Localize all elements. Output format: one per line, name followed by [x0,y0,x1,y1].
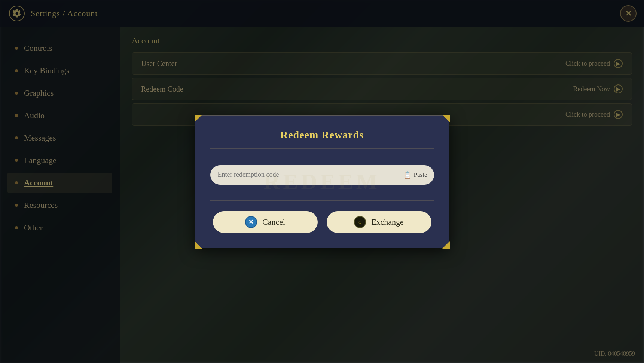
modal-backdrop: Redeem Rewards REDEEM 📋 Paste ✕ Cancel [0,0,644,363]
paste-button[interactable]: 📋 Paste [399,168,432,182]
corner-decoration-tr [442,115,450,122]
svg-marker-0 [195,115,202,122]
cancel-button[interactable]: ✕ Cancel [213,211,318,233]
modal-bottom-divider [210,200,434,201]
redemption-code-input[interactable] [218,171,391,179]
input-divider [395,169,395,181]
exchange-icon: ○ [354,216,366,228]
modal-buttons: ✕ Cancel ○ Exchange [210,211,434,233]
svg-marker-3 [442,241,450,249]
modal-title: Redeem Rewards [210,129,434,141]
svg-marker-1 [442,115,450,122]
modal-top-divider [210,148,434,149]
redeem-modal: Redeem Rewards REDEEM 📋 Paste ✕ Cancel [195,115,449,248]
corner-decoration-br [442,241,450,249]
svg-marker-2 [195,241,202,249]
corner-decoration-bl [195,241,202,249]
paste-icon: 📋 [403,171,412,179]
paste-label: Paste [414,171,427,179]
cancel-label: Cancel [262,217,285,227]
corner-decoration-tl [195,115,202,122]
exchange-button[interactable]: ○ Exchange [327,211,431,233]
exchange-label: Exchange [371,217,404,227]
cancel-icon: ✕ [245,216,257,228]
modal-content-area: 📋 Paste [210,160,434,190]
code-input-row: 📋 Paste [210,165,434,185]
